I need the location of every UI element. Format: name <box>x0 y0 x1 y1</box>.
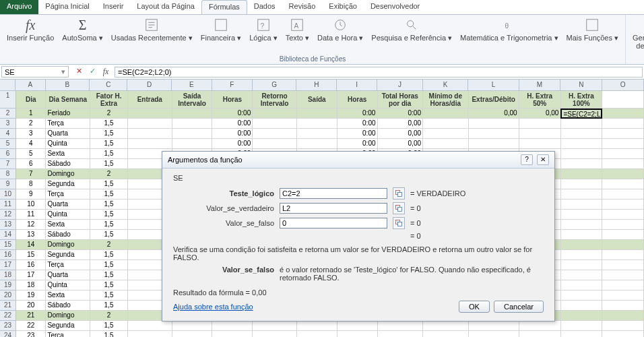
cell[interactable]: Quarta <box>46 129 90 139</box>
cell[interactable]: 2 <box>16 119 46 129</box>
column-title[interactable]: Horas <box>337 91 378 109</box>
cell[interactable]: 12 <box>16 220 46 230</box>
cell[interactable]: Feriado <box>46 109 90 119</box>
row-header[interactable]: 15 <box>0 240 16 250</box>
cell[interactable] <box>423 109 469 119</box>
cell[interactable]: 1,5 <box>90 149 128 159</box>
cell[interactable]: 0,00 <box>378 119 424 129</box>
cancel-formula-icon[interactable]: ✕ <box>73 67 85 77</box>
cell[interactable]: 1,5 <box>90 200 128 210</box>
column-title[interactable]: Dia <box>16 91 46 109</box>
column-title[interactable]: Fator H. Extra <box>90 91 128 109</box>
cell[interactable]: 0:00 <box>212 109 253 119</box>
row-header[interactable]: 3 <box>0 119 16 129</box>
lookup-button[interactable]: Pesquisa e Referência ▾ <box>368 16 455 43</box>
column-title[interactable]: Total Horas por dia <box>378 91 424 109</box>
tab-file[interactable]: Arquivo <box>0 0 38 14</box>
cell[interactable]: 11 <box>16 210 46 220</box>
cell[interactable]: 1,5 <box>90 270 128 280</box>
autosum-button[interactable]: ΣAutoSoma ▾ <box>59 16 105 43</box>
cell[interactable]: 0:00 <box>337 109 378 119</box>
cell[interactable] <box>423 321 469 331</box>
enter-formula-icon[interactable]: ✓ <box>86 67 98 77</box>
text-button[interactable]: ATexto ▾ <box>283 16 312 43</box>
cell[interactable] <box>561 119 603 129</box>
cell[interactable] <box>212 321 253 331</box>
row-header[interactable]: 9 <box>0 179 16 189</box>
financial-button[interactable]: Financeira ▾ <box>198 16 244 43</box>
cell[interactable]: 2 <box>90 311 128 321</box>
math-button[interactable]: θMatemática e Trigonometria ▾ <box>457 16 560 43</box>
column-title[interactable]: Retorno Intervalo <box>253 91 297 109</box>
cell[interactable]: Terça <box>46 119 90 129</box>
tab-insert[interactable]: Inserir <box>96 0 131 14</box>
cell[interactable]: 2 <box>90 240 128 250</box>
cell[interactable]: 23 <box>16 331 46 337</box>
cell[interactable] <box>423 119 469 129</box>
column-title[interactable]: Extras/Débito <box>469 91 519 109</box>
range-picker-icon[interactable] <box>393 187 405 200</box>
row-header[interactable]: 13 <box>0 220 16 230</box>
cell[interactable]: 9 <box>16 189 46 200</box>
cell[interactable]: 13 <box>16 230 46 240</box>
cell[interactable]: =SE(C2=2;L2;0) <box>560 109 602 119</box>
row-header[interactable]: 21 <box>0 301 16 311</box>
cell[interactable]: 0:00 <box>212 139 253 149</box>
cell[interactable] <box>297 321 337 331</box>
row-header[interactable]: 23 <box>0 321 16 331</box>
cell[interactable]: 1,5 <box>90 250 128 260</box>
cell[interactable] <box>561 139 603 149</box>
col-header[interactable]: H <box>296 80 337 91</box>
cell[interactable] <box>297 139 337 149</box>
cell[interactable]: 0:00 <box>337 139 378 149</box>
cell[interactable] <box>561 169 603 179</box>
tab-review[interactable]: Revisão <box>282 0 323 14</box>
cell[interactable] <box>561 149 603 159</box>
cell[interactable]: 10 <box>16 200 46 210</box>
cell[interactable]: 3 <box>16 129 46 139</box>
cell[interactable]: 20 <box>16 301 46 311</box>
cell[interactable] <box>561 290 603 301</box>
row-header[interactable]: 2 <box>0 109 16 119</box>
cell[interactable]: 1,5 <box>90 139 128 149</box>
cell[interactable]: 0:00 <box>377 109 423 119</box>
col-header[interactable]: O <box>602 80 644 91</box>
cell[interactable]: Sexta <box>46 220 90 230</box>
fx-icon[interactable]: fx <box>100 67 112 77</box>
cell[interactable]: Quinta <box>46 280 90 290</box>
more-functions-button[interactable]: Mais Funções ▾ <box>564 16 622 43</box>
dialog-close-icon[interactable]: ✕ <box>537 154 549 165</box>
cell[interactable] <box>423 129 469 139</box>
formula-input[interactable]: =SE(C2=2;L2;0) <box>115 67 643 78</box>
column-title[interactable]: H. Extra 100% <box>561 91 603 109</box>
cell[interactable] <box>469 139 519 149</box>
cell[interactable]: 6 <box>16 159 46 169</box>
row-header[interactable]: 14 <box>0 230 16 240</box>
tab-view[interactable]: Exibição <box>322 0 364 14</box>
cell[interactable]: Terça <box>46 260 90 270</box>
cell[interactable]: 1,5 <box>90 301 128 311</box>
cell[interactable] <box>423 139 469 149</box>
cell[interactable]: 18 <box>16 280 46 290</box>
cell[interactable]: Quarta <box>46 270 90 280</box>
cell[interactable]: Sábado <box>46 301 90 311</box>
cell[interactable] <box>253 119 297 129</box>
cell[interactable] <box>253 139 297 149</box>
cell[interactable] <box>561 250 603 260</box>
cell[interactable] <box>172 109 213 119</box>
col-header[interactable]: N <box>560 80 602 91</box>
cell[interactable] <box>253 129 297 139</box>
cell[interactable]: 1 <box>16 109 46 119</box>
cell[interactable] <box>469 129 519 139</box>
cell[interactable] <box>128 109 172 119</box>
row-header[interactable]: 18 <box>0 270 16 280</box>
cell[interactable]: 21 <box>16 311 46 321</box>
col-header[interactable]: A <box>15 80 45 91</box>
cell[interactable]: 2 <box>90 109 128 119</box>
row-header[interactable]: 6 <box>0 149 16 159</box>
cell[interactable] <box>172 321 213 331</box>
insert-function-button[interactable]: fxInserir Função <box>4 16 57 43</box>
cell[interactable] <box>378 331 424 337</box>
cell[interactable]: 0,00 <box>378 139 424 149</box>
row-header[interactable]: 1 <box>0 91 16 109</box>
